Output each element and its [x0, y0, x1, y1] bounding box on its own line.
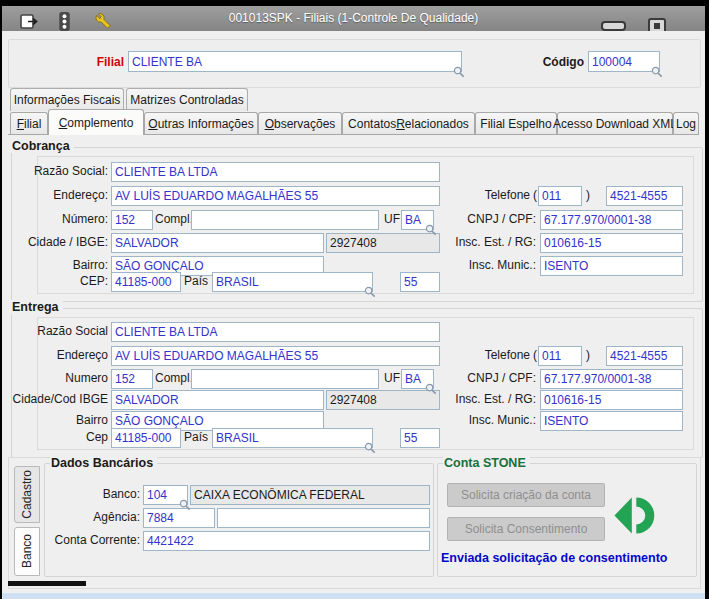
splitter-handle[interactable] [8, 581, 86, 586]
cobranca-endereco-label: Endereço: [30, 188, 108, 202]
entrega-im-label: Insc. Munic.: [438, 413, 536, 427]
entrega-cep-input[interactable] [111, 428, 181, 448]
entrega-cidade-label: Cidade/Cod IBGE [8, 392, 108, 406]
entrega-pais-label: País [184, 430, 210, 444]
cobranca-cidade-input[interactable] [111, 233, 324, 253]
entrega-numero-input[interactable] [111, 369, 153, 389]
entrega-cnpj-label: CNPJ / CPF: [438, 371, 536, 385]
titlebar: 001013SPK - Filiais (1-Controle De Quali… [2, 6, 705, 32]
entrega-cidade-input[interactable] [111, 390, 324, 410]
entrega-endereco-label: Endereço [30, 348, 108, 362]
banco-name-display [190, 485, 430, 505]
entrega-uf-lookup-icon[interactable] [425, 383, 437, 395]
entrega-pais-lookup-icon[interactable] [364, 442, 376, 454]
cobranca-cep-input[interactable] [111, 272, 181, 292]
tab-outras-informacoes[interactable]: Outras Informações [144, 112, 258, 135]
cobranca-im-input[interactable] [540, 256, 683, 276]
cobranca-phone-ddd-input[interactable] [538, 186, 582, 206]
entrega-cnpj-input[interactable] [540, 369, 683, 389]
codigo-label: Código [524, 55, 584, 69]
entrega-phone-ddd-input[interactable] [538, 346, 582, 366]
minimize-button[interactable] [601, 21, 626, 31]
entrega-ie-label: Insc. Est. / RG: [438, 392, 536, 406]
agencia-digit-input[interactable] [217, 508, 430, 528]
cobranca-cnpj-label: CNPJ / CPF: [438, 212, 536, 226]
entrega-telefone-label: Telefone [468, 348, 530, 362]
cobranca-numero-label: Número: [30, 212, 108, 226]
entrega-uf-field-wrap [401, 369, 434, 389]
codigo-lookup-icon[interactable] [651, 66, 663, 78]
filial-input[interactable] [128, 51, 462, 72]
cobranca-pais-lookup-icon[interactable] [364, 286, 376, 298]
side-tab-banco[interactable]: Banco [14, 527, 40, 576]
cobranca-razao-input[interactable] [111, 162, 440, 182]
entrega-pais-input[interactable] [212, 428, 373, 448]
entrega-phone-close-paren: ) [586, 348, 590, 362]
side-tab-banco-label: Banco [20, 534, 34, 568]
cobranca-phone-number-input[interactable] [606, 186, 683, 206]
filial-label: Filial [58, 55, 124, 69]
filial-field-wrap [128, 51, 462, 72]
cobranca-pais-code-input[interactable] [400, 272, 440, 292]
entrega-compl-input[interactable] [191, 369, 379, 389]
tab-filial[interactable]: Filial [10, 112, 48, 135]
cobranca-cep-label: CEP: [30, 274, 108, 288]
cobranca-pais-label: País [184, 274, 210, 288]
tab-log[interactable]: Log [673, 112, 699, 135]
tab-matrizes-controladas[interactable]: Matrizes Controladas [126, 88, 248, 111]
cobranca-uf-field-wrap [401, 210, 434, 230]
banco-code-field-wrap [143, 485, 188, 505]
agencia-input[interactable] [143, 508, 215, 528]
conta-corrente-input[interactable] [143, 531, 430, 551]
cobranca-cnpj-input[interactable] [540, 210, 683, 230]
cobranca-compl-label: Compl. [155, 212, 189, 226]
solicita-consentimento-button[interactable]: Solicita Consentimento [447, 517, 605, 541]
cobranca-ie-input[interactable] [540, 233, 683, 253]
cobranca-numero-input[interactable] [111, 210, 153, 230]
side-tab-cadastro-label: Cadastro [20, 470, 34, 519]
entrega-uf-label: UF [384, 371, 400, 385]
entrega-bairro-label: Bairro [30, 413, 108, 427]
cobranca-phone-close-paren: ) [586, 188, 590, 202]
tab-observacoes[interactable]: Observações [258, 112, 342, 135]
tab-informacoes-fiscais[interactable]: Informações Fiscais [10, 88, 124, 111]
entrega-numero-label: Numero [30, 371, 108, 385]
entrega-ie-input[interactable] [540, 390, 683, 410]
maximize-glyph [654, 23, 660, 29]
cobranca-im-label: Insc. Munic.: [438, 258, 536, 272]
cobranca-telefone-label: Telefone [468, 188, 530, 202]
entrega-title: Entrega [11, 300, 63, 314]
entrega-im-input[interactable] [540, 411, 683, 431]
entrega-razao-label: Razão Social [30, 324, 108, 338]
cobranca-ibge-display [326, 233, 440, 253]
entrega-ibge-display [326, 390, 440, 410]
window-title: 001013SPK - Filiais (1-Controle De Quali… [2, 11, 705, 25]
cobranca-compl-input[interactable] [191, 210, 379, 230]
conta-corrente-label: Conta Corrente: [40, 533, 140, 547]
tab-complemento[interactable]: Complemento [48, 109, 144, 135]
cobranca-cidade-label: Cidade / IBGE: [18, 235, 108, 249]
codigo-input[interactable] [588, 51, 660, 72]
window-bottom-border [2, 593, 705, 599]
entrega-pais-field-wrap [212, 428, 373, 448]
cobranca-title: Cobrança [11, 139, 74, 153]
entrega-razao-input[interactable] [111, 322, 440, 342]
tab-acesso-download-xml[interactable]: Acesso Download XML [557, 112, 673, 135]
entrega-compl-label: Compl. [155, 371, 189, 385]
stone-status-text: Enviada solicitação de consentimento [441, 551, 695, 565]
side-tab-cadastro[interactable]: Cadastro [14, 466, 40, 523]
tab-contatos-relacionados[interactable]: Contatos Relacionados [342, 112, 475, 135]
entrega-pais-code-input[interactable] [400, 428, 440, 448]
cobranca-uf-lookup-icon[interactable] [425, 224, 437, 236]
solicita-criacao-conta-button[interactable]: Solicita criação da conta [447, 483, 605, 507]
entrega-endereco-input[interactable] [111, 346, 440, 366]
cobranca-endereco-input[interactable] [111, 186, 440, 206]
app-window: 001013SPK - Filiais (1-Controle De Quali… [0, 0, 709, 599]
cobranca-pais-input[interactable] [212, 272, 373, 292]
entrega-phone-number-input[interactable] [606, 346, 683, 366]
cobranca-uf-label: UF [384, 212, 400, 226]
filial-lookup-icon[interactable] [453, 66, 465, 78]
cobranca-pais-field-wrap [212, 272, 373, 292]
banco-lookup-icon[interactable] [179, 499, 191, 511]
tab-filial-espelho[interactable]: Filial Espelho [475, 112, 557, 135]
